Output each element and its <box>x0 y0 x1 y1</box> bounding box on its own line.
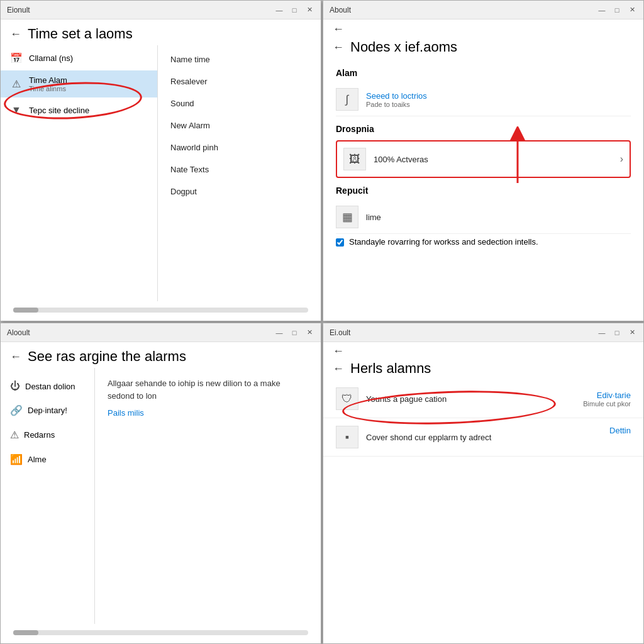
sidebar-item-time-alam[interactable]: ⚠ Time Alam Time alinms <box>1 70 157 97</box>
shield-icon-win4: 🛡 <box>336 387 358 410</box>
close-btn-1[interactable]: ✕ <box>304 5 314 15</box>
time-alam-text: Time Alam Time alinms <box>29 75 67 92</box>
minimize-btn-4[interactable]: — <box>597 328 607 338</box>
win3-link[interactable]: Pails milis <box>108 408 144 418</box>
title-1: Eionult <box>7 6 274 14</box>
settings-list-1: Name time Resalever Sound New Alarm Nawo… <box>158 45 321 301</box>
repucit-item[interactable]: ▦ lime <box>336 201 631 234</box>
drospnia-icon: 🖼 <box>343 148 366 170</box>
window-header-4: ← Herls alamns <box>323 360 643 380</box>
scrollbar-thumb-1 <box>13 308 38 313</box>
alarm-icon: ⚠ <box>10 78 23 90</box>
back-arrow-4b[interactable]: ← <box>333 362 344 375</box>
back-arrow-2b[interactable]: ← <box>333 41 344 54</box>
warning-icon: ⚠ <box>10 429 19 441</box>
win2-content: Alam ∫ Seeed to loctrios Pade to toaiks … <box>323 58 643 321</box>
maximize-btn-4[interactable]: □ <box>612 328 622 338</box>
win3-item-dep[interactable]: 🔗 Dep·intary! <box>1 398 94 423</box>
wifi-icon: 📶 <box>10 453 23 465</box>
back-arrow-2a[interactable]: ← <box>333 23 344 36</box>
close-btn-4[interactable]: ✕ <box>627 328 637 338</box>
title-controls-2: — □ ✕ <box>597 5 637 15</box>
drospnia-title: Drospnia <box>336 124 631 134</box>
drospnia-highlighted: 🖼 100% Actveras › <box>336 140 631 178</box>
redarns-label: Redarns <box>24 430 55 440</box>
setting-name-time[interactable]: Name time <box>158 48 321 70</box>
checkbox-label: Standayle rovarring for workss and sedec… <box>349 237 538 247</box>
back-arrow-4a[interactable]: ← <box>333 345 344 358</box>
win3-desc: Allgaar sehande to iohip is new dilion t… <box>108 377 308 402</box>
calendar-icon: 📅 <box>10 52 23 64</box>
close-btn-2[interactable]: ✕ <box>627 5 637 15</box>
win4-items-list: 🛡 Younts a pague cation Ediv·tarie Bimul… <box>323 380 643 457</box>
win3-sidebar: ⏻ Destan dolion 🔗 Dep·intary! ⚠ Redarns … <box>1 368 95 624</box>
win3-item-alme[interactable]: 📶 Alme <box>1 447 94 472</box>
repucit-section: Repucit ▦ lime Standayle rovarring for w… <box>336 186 631 250</box>
sidebar-item-tepc[interactable]: ▼ Tepc site decline <box>1 97 157 123</box>
win3-main: Allgaar sehande to iohip is new dilion t… <box>95 368 321 624</box>
tepc-label: Tepc site decline <box>29 106 89 115</box>
minimize-btn-3[interactable]: — <box>274 328 284 338</box>
window-3: Alooult — □ ✕ ← See ras argine the alarm… <box>0 323 321 644</box>
alam-item[interactable]: ∫ Seeed to loctrios Pade to toaiks <box>336 83 631 116</box>
back-arrow-3[interactable]: ← <box>10 350 21 364</box>
title-4: Ei.oult <box>330 328 597 337</box>
sidebar-item-cllarnal[interactable]: 📅 Cllarnal (ns) <box>1 45 157 70</box>
dep-label: Dep·intary! <box>28 406 67 415</box>
time-alam-sub: Time alinms <box>29 85 67 92</box>
title-controls-1: — □ ✕ <box>274 5 314 15</box>
scrollbar-track-3[interactable] <box>13 630 308 635</box>
title-bar-2: Aboult — □ ✕ <box>323 1 643 19</box>
tepc-text: Tepc site decline <box>29 106 89 115</box>
scrollbar-thumb-3 <box>13 630 38 635</box>
win4-item2-text: Cover shond cur epplarm ty adrect <box>366 433 602 442</box>
win4-item2-link[interactable]: Dettin <box>609 426 631 435</box>
repucit-checkbox[interactable] <box>336 238 344 247</box>
close-btn-3[interactable]: ✕ <box>304 328 314 338</box>
setting-dogput[interactable]: Dogput <box>158 180 321 203</box>
setting-nate-texts[interactable]: Nate Texts <box>158 158 321 180</box>
title-3: Alooult <box>7 328 274 337</box>
drospnia-section: Drospnia 🖼 100% Actveras › <box>336 124 631 178</box>
maximize-btn-1[interactable]: □ <box>289 5 299 15</box>
cllarnal-text: Cllarnal (ns) <box>29 53 73 63</box>
win4-back-row: ← <box>323 342 643 360</box>
section-alam-title: Alam <box>336 68 631 78</box>
win3-item-destan[interactable]: ⏻ Destan dolion <box>1 374 94 398</box>
win4-item-1[interactable]: 🛡 Younts a pague cation Ediv·tarie Bimul… <box>323 380 643 418</box>
scrollbar-track-1[interactable] <box>13 308 308 313</box>
scrollbar-area-1 <box>1 301 321 321</box>
back-arrow-1[interactable]: ← <box>10 28 21 41</box>
drospnia-label: 100% Actveras <box>374 155 613 164</box>
setting-resalever[interactable]: Resalever <box>158 70 321 92</box>
window-header-3: ← See ras argine the alarms <box>1 342 321 368</box>
link-icon: 🔗 <box>10 404 23 416</box>
win3-item-redarns[interactable]: ⚠ Redarns <box>1 423 94 447</box>
minimize-btn-2[interactable]: — <box>597 5 607 15</box>
win4-item1-link[interactable]: Ediv·tarie <box>583 391 631 400</box>
window-title-3: See ras argine the alarms <box>28 348 186 365</box>
alme-label: Alme <box>28 455 47 464</box>
title-bar-4: Ei.oult — □ ✕ <box>323 323 643 342</box>
window-header-1: ← Time set a laoms <box>1 19 321 45</box>
dropdown-icon: ▼ <box>10 104 23 116</box>
drospnia-item[interactable]: 🖼 100% Actveras › <box>343 148 623 170</box>
title-bar-1: Eionult — □ ✕ <box>1 1 321 19</box>
drospnia-text: 100% Actveras <box>374 155 613 164</box>
window-title-1: Time set a laoms <box>28 26 133 42</box>
minimize-btn-1[interactable]: — <box>274 5 284 15</box>
title-2: Aboult <box>330 6 597 14</box>
window-1: Eionult — □ ✕ ← Time set a laoms 📅 Cllar… <box>0 0 321 321</box>
setting-new-alarm[interactable]: New Alarm <box>158 114 321 136</box>
setting-sound[interactable]: Sound <box>158 92 321 114</box>
alam-icon: ∫ <box>336 88 358 111</box>
title-controls-4: — □ ✕ <box>597 328 637 338</box>
win4-item1-text: Younts a pague cation <box>366 394 575 404</box>
win4-item-2[interactable]: ▪ Cover shond cur epplarm ty adrect Dett… <box>323 418 643 457</box>
win4-item1-right: Ediv·tarie Bimule cut pkor <box>583 391 631 408</box>
maximize-btn-2[interactable]: □ <box>612 5 622 15</box>
cllarnal-label: Cllarnal (ns) <box>29 53 73 63</box>
maximize-btn-3[interactable]: □ <box>289 328 299 338</box>
setting-naworld[interactable]: Naworld pinh <box>158 136 321 158</box>
window-4: Ei.oult — □ ✕ ← ← Herls alamns 🛡 Younts … <box>323 323 644 644</box>
